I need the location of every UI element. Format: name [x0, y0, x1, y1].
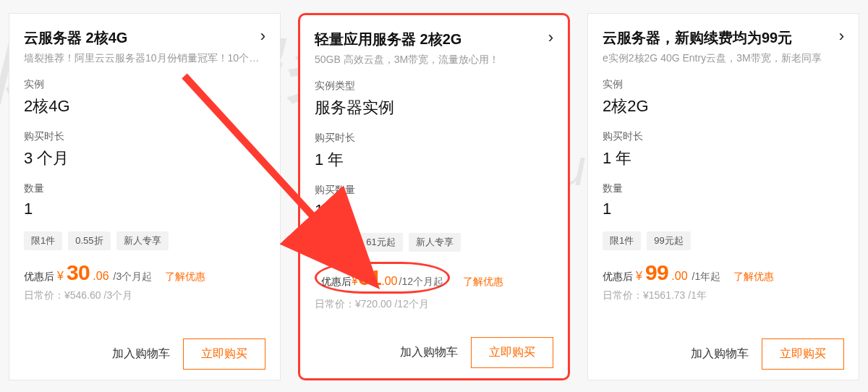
instance-label: 实例类型: [315, 80, 553, 93]
duration-label: 购买时长: [315, 132, 553, 145]
instance-label: 实例: [603, 78, 844, 91]
duration-value: 1 年: [315, 149, 553, 171]
price-main: 99: [645, 260, 668, 285]
currency-symbol: ¥: [636, 270, 642, 283]
chevron-right-icon: ›: [260, 28, 265, 44]
original-prefix: 日常价：: [603, 289, 643, 301]
card-header-link[interactable]: 云服务器，新购续费均为99元 ›: [603, 28, 844, 48]
qty-label: 数量: [603, 182, 844, 195]
duration-label: 购买时长: [24, 130, 265, 143]
price-decimal: .06: [93, 270, 109, 283]
tag: 0.55折: [68, 231, 110, 250]
price-per: /12个月起: [399, 276, 443, 289]
buy-now-button[interactable]: 立即购买: [183, 338, 265, 370]
price-main: 61: [358, 265, 381, 290]
qty-value: 1: [603, 200, 844, 218]
learn-more-link[interactable]: 了解优惠: [463, 276, 503, 289]
qty-value: 1: [315, 201, 553, 220]
card-header-link[interactable]: 轻量应用服务器 2核2G ›: [315, 30, 553, 49]
duration-value: 1 年: [603, 148, 844, 169]
original-prefix: 日常价：: [24, 289, 64, 301]
add-to-cart-button[interactable]: 加入购物车: [109, 339, 173, 369]
price-decimal: .00: [381, 275, 397, 288]
price-row: 优惠后 ¥ 30.06 /3个月起 了解优惠: [24, 260, 265, 285]
card-title: 云服务器，新购续费均为99元: [603, 28, 792, 48]
card-header-link[interactable]: 云服务器 2核4G ›: [24, 28, 265, 48]
action-row: 加入购物车 立即购买: [24, 338, 265, 370]
price-main: 30: [67, 260, 90, 285]
price-decimal: .00: [671, 270, 687, 283]
card-subtitle: 墙裂推荐！阿里云云服务器10月份销量冠军！10个…: [24, 52, 265, 65]
currency-symbol: ¥: [352, 275, 358, 288]
tag: 61元起: [359, 233, 402, 252]
tag: 新人专享: [116, 231, 169, 250]
original-prefix: 日常价：: [315, 298, 355, 310]
currency-symbol: ¥: [57, 270, 64, 283]
card-title: 轻量应用服务器 2核2G: [315, 30, 461, 49]
tag: 99元起: [647, 231, 690, 250]
learn-more-link[interactable]: 了解优惠: [733, 270, 774, 284]
qty-label: 购买数量: [315, 184, 553, 197]
add-to-cart-button[interactable]: 加入购物车: [397, 338, 461, 367]
price-prefix: 优惠后: [321, 276, 352, 289]
instance-label: 实例: [24, 78, 265, 91]
original-value: ¥546.60 /3个月: [64, 289, 132, 301]
price-per: /1年起: [692, 270, 721, 284]
original-value: ¥1561.73 /1年: [643, 289, 707, 301]
product-card: 云服务器 2核4G › 墙裂推荐！阿里云云服务器10月份销量冠军！10个… 实例…: [9, 13, 281, 380]
card-subtitle: 50GB 高效云盘，3M带宽，流量放心用！: [315, 54, 553, 67]
buy-now-button[interactable]: 立即购买: [762, 338, 844, 370]
qty-label: 数量: [24, 182, 265, 195]
tag: 限1件: [315, 233, 353, 252]
price-prefix: 优惠后: [24, 270, 54, 284]
original-value: ¥720.00 /12个月: [355, 298, 429, 310]
chevron-right-icon: ›: [548, 30, 553, 46]
duration-label: 购买时长: [603, 130, 844, 143]
tag: 限1件: [603, 231, 641, 250]
product-card: 云服务器，新购续费均为99元 › e实例2核2G 40G Entry云盘，3M带…: [587, 13, 859, 380]
tag: 限1件: [24, 231, 62, 250]
action-row: 加入购物车 立即购买: [603, 338, 844, 370]
card-title: 云服务器 2核4G: [24, 28, 127, 48]
duration-value: 3 个月: [24, 148, 265, 169]
price-row: 优惠后 ¥ 61.00 /12个月起 了解优惠: [315, 262, 553, 294]
card-subtitle: e实例2核2G 40G Entry云盘，3M带宽，新老同享: [603, 52, 844, 65]
instance-value: 2核4G: [24, 95, 265, 117]
chevron-right-icon: ›: [839, 28, 844, 44]
price-prefix: 优惠后: [603, 270, 633, 284]
instance-value: 2核2G: [603, 95, 844, 117]
tag-row: 限1件 99元起: [603, 231, 844, 250]
tag: 新人专享: [409, 233, 461, 252]
price-circle-annotation: 优惠后 ¥ 61.00 /12个月起: [315, 262, 450, 294]
learn-more-link[interactable]: 了解优惠: [165, 270, 205, 284]
original-price: 日常价：¥720.00 /12个月: [315, 298, 553, 311]
price-per: /3个月起: [114, 270, 153, 284]
product-card: 轻量应用服务器 2核2G › 50GB 高效云盘，3M带宽，流量放心用！ 实例类…: [298, 13, 570, 380]
price-row: 优惠后 ¥ 99.00 /1年起 了解优惠: [603, 260, 844, 285]
tag-row: 限1件 0.55折 新人专享: [24, 231, 265, 250]
buy-now-button[interactable]: 立即购买: [471, 337, 553, 368]
action-row: 加入购物车 立即购买: [315, 337, 553, 368]
original-price: 日常价：¥1561.73 /1年: [603, 289, 844, 302]
original-price: 日常价：¥546.60 /3个月: [24, 289, 265, 302]
qty-value: 1: [24, 200, 265, 218]
add-to-cart-button[interactable]: 加入购物车: [688, 339, 752, 369]
instance-value: 服务器实例: [315, 97, 553, 119]
tag-row: 限1件 61元起 新人专享: [315, 233, 553, 252]
card-container: 云服务器 2核4G › 墙裂推荐！阿里云云服务器10月份销量冠军！10个… 实例…: [0, 0, 868, 392]
